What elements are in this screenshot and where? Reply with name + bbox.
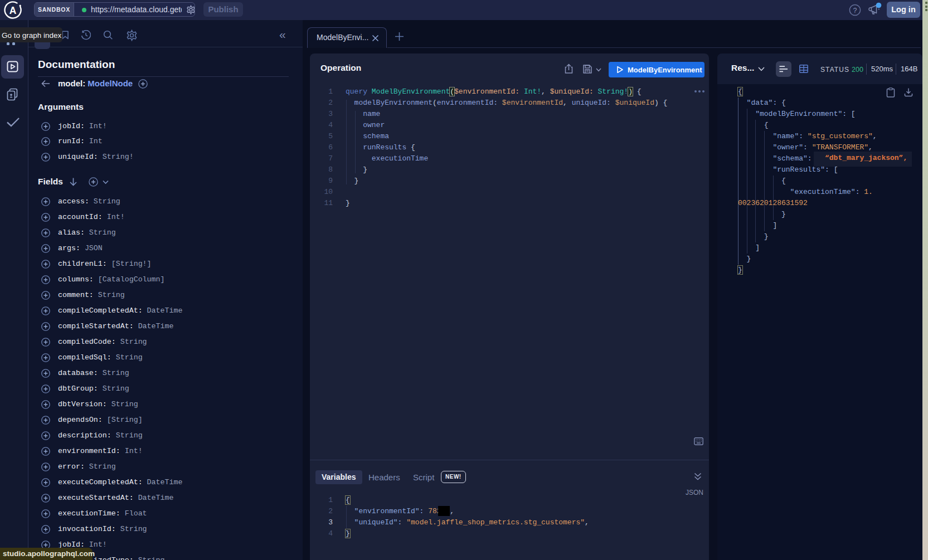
svg-text:?: ?	[853, 7, 857, 14]
svg-text:A: A	[9, 5, 17, 16]
